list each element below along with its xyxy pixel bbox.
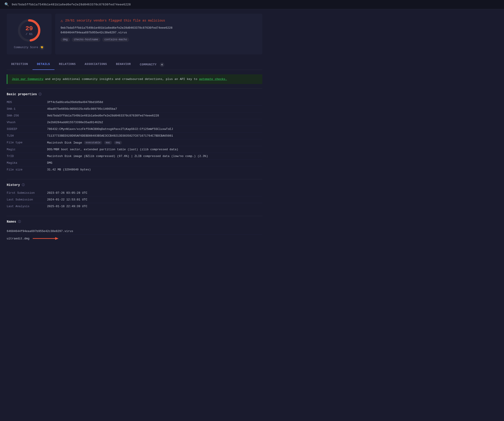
join-community-link[interactable]: Join our Community	[12, 77, 43, 81]
history-title: History ⓘ	[7, 179, 262, 187]
names-title: Names ⓘ	[7, 216, 262, 224]
tag-checks-hostname: checks-hostname	[72, 37, 101, 42]
thumbs-down-icon: 👎	[39, 45, 44, 50]
prop-label-magic: Magic	[7, 148, 47, 151]
arrow-annotation-icon	[32, 236, 59, 241]
top-search-bar: 🔍 9eb7bda5ffbb1a7549b1e481b1a6ed6efe2e28…	[0, 0, 504, 9]
table-row: MD5 3ff4c5a86ce6a35b6d9a49478bd1058d	[7, 99, 262, 106]
table-row: SHA-256 9eb7bda5ffbb1a7549b1e481b1a6ed6e…	[7, 112, 262, 119]
tab-associations[interactable]: ASSOCIATIONS	[80, 60, 112, 70]
table-row: Last Analysis 2025-01-18 22:49:39 UTC	[7, 203, 262, 210]
tab-behavior[interactable]: BEHAVIOR	[111, 60, 135, 70]
svg-marker-3	[55, 237, 59, 240]
score-number: 29	[25, 25, 33, 32]
table-row: Magika DMG	[7, 160, 262, 166]
score-total: / 61	[25, 32, 33, 36]
prop-label-tlsh: TLSH	[7, 134, 47, 138]
names-list: 64604644f94eaa697b955e42c38e8297.virus u…	[7, 226, 262, 244]
table-row: Magic DOS/MBR boot sector, extended part…	[7, 146, 262, 153]
basic-properties-section: Basic properties ⓘ MD5 3ff4c5a86ce6a35b6…	[7, 88, 262, 173]
prop-label-filesize: File size	[7, 168, 47, 171]
file-sha256: 9eb7bda5ffbb1a7549b1e481b1a6ed6efe2e28d0…	[60, 26, 257, 29]
malicious-banner: ⚠ 29/61 security vendors flagged this fi…	[60, 18, 257, 23]
donut-center: 29 / 61	[25, 25, 33, 36]
basic-properties-title: Basic properties ⓘ	[7, 88, 262, 96]
names-section: Names ⓘ 64604644f94eaa697b955e42c38e8297…	[7, 216, 262, 244]
prop-label-last-submission: Last Submission	[7, 198, 47, 201]
filetype-tag-executable: executable	[84, 141, 102, 144]
prop-label-first-submission: First Submission	[7, 191, 47, 195]
header-area: 29 / 61 Community Score 👎 ⚠ 29/61 securi…	[7, 14, 262, 54]
list-item: 64604644f94eaa697b955e42c38e8297.virus	[7, 228, 262, 234]
prop-value-trid: Macintosh Disk image (BZlib compressed) …	[47, 154, 262, 158]
history-table: First Submission 2023-07-26 03:05:28 UTC…	[7, 190, 262, 210]
history-info-icon: ⓘ	[22, 183, 25, 187]
prop-value-sha1: 40ad975e6656c9050325c4d5c989795c14665ba7	[47, 107, 262, 111]
file-tags: dmg checks-hostname contains-macho	[60, 37, 257, 42]
prop-label-magika: Magika	[7, 161, 47, 165]
prop-label-filetype: File type	[7, 141, 47, 144]
donut-chart: 29 / 61	[17, 18, 42, 43]
tab-detection[interactable]: DETECTION	[7, 60, 32, 70]
search-icon: 🔍	[5, 2, 9, 7]
community-score-label: Community Score 👎	[14, 45, 44, 50]
properties-table: MD5 3ff4c5a86ce6a35b6d9a49478bd1058d SHA…	[7, 99, 262, 173]
prop-value-md5: 3ff4c5a86ce6a35b6d9a49478bd1058d	[47, 100, 262, 104]
score-card: 29 / 61 Community Score 👎	[7, 14, 52, 54]
file-name: 64604644f94eaa697b955e42c38e8297.virus	[60, 31, 257, 34]
tabs: DETECTION DETAILS RELATIONS ASSOCIATIONS…	[7, 60, 262, 70]
prop-label-last-analysis: Last Analysis	[7, 205, 47, 208]
prop-value-vhash: 2e2b0284add015573398e35ad91462b2	[47, 121, 262, 124]
tag-contains-macho: contains-macho	[102, 37, 129, 42]
prop-value-magic: DOS/MBR boot sector, extended partition …	[47, 148, 262, 151]
search-hash: 9eb7bda5ffbb1a7549b1e481b1a6ed6efe2e28d0…	[12, 3, 131, 6]
community-badge: 4	[160, 63, 164, 67]
table-row: TrID Macintosh Disk image (BZlib compres…	[7, 153, 262, 160]
prop-label-trid: TrID	[7, 154, 47, 158]
table-row: Last Submission 2024-01-22 12:53:01 UTC	[7, 196, 262, 203]
tab-community[interactable]: COMMUNITY 4	[135, 60, 169, 70]
table-row: First Submission 2023-07-26 03:05:28 UTC	[7, 190, 262, 196]
table-row: SHA-1 40ad975e6656c9050325c4d5c989795c14…	[7, 106, 262, 112]
prop-value-last-submission: 2024-01-22 12:53:01 UTC	[47, 198, 262, 201]
prop-value-filesize: 31.42 MB (32948640 bytes)	[47, 168, 262, 171]
table-row: Vhash 2e2b0284add015573398e35ad91462b2	[7, 119, 262, 126]
prop-value-last-analysis: 2025-01-18 22:49:39 UTC	[47, 205, 262, 208]
prop-value-sha256: 9eb7bda5ffbb1a7549b1e481b1a6ed6efe2e28d0…	[47, 114, 262, 117]
history-section: History ⓘ First Submission 2023-07-26 03…	[7, 179, 262, 210]
table-row: TLSH T1137733BEE620D95AF6DEBD08483B5AE3C…	[7, 133, 262, 139]
community-banner-text: and enjoy additional community insights …	[45, 77, 199, 81]
filetype-tag-mac: mac	[104, 141, 112, 144]
prop-label-md5: MD5	[7, 100, 47, 104]
prop-value-ssdeep: 786432:CMynN1axn/xczFkf5VACB9OqDatnsgkPa…	[47, 127, 262, 131]
prop-label-vhash: Vhash	[7, 121, 47, 124]
prop-value-magika: DMG	[47, 161, 262, 165]
tab-relations[interactable]: RELATIONS	[54, 60, 80, 70]
table-row: SSDEEP 786432:CMynN1axn/xczFkf5VACB9OqDa…	[7, 126, 262, 133]
prop-value-first-submission: 2023-07-26 03:05:28 UTC	[47, 191, 262, 195]
warning-icon: ⚠	[60, 18, 63, 23]
tag-dmg: dmg	[60, 37, 70, 42]
main-content: 29 / 61 Community Score 👎 ⚠ 29/61 securi…	[0, 9, 269, 255]
prop-value-tlsh: T1137733BEE620D95AF6DEBD08483B5AE3CCB492…	[47, 134, 262, 138]
table-row: File size 31.42 MB (32948640 bytes)	[7, 166, 262, 173]
prop-label-ssdeep: SSDEEP	[7, 127, 47, 131]
tab-details[interactable]: DETAILS	[32, 60, 54, 70]
table-row: File type Macintosh Disk Image executabl…	[7, 139, 262, 146]
info-card: ⚠ 29/61 security vendors flagged this fi…	[55, 14, 262, 54]
filetype-tag-dmg: dmg	[114, 141, 122, 144]
community-banner: Join our Community and enjoy additional …	[7, 74, 262, 84]
automate-checks-link[interactable]: automate checks.	[199, 77, 227, 81]
info-icon: ⓘ	[39, 92, 42, 96]
names-info-icon: ⓘ	[18, 220, 21, 224]
prop-label-sha256: SHA-256	[7, 114, 47, 117]
ultraedit-name: ultraedit.dmg	[7, 237, 29, 240]
prop-label-sha1: SHA-1	[7, 107, 47, 111]
prop-value-filetype: Macintosh Disk Image executable mac dmg	[47, 141, 262, 144]
malicious-text: 29/61 security vendors flagged this file…	[65, 19, 165, 22]
list-item: ultraedit.dmg	[7, 234, 262, 243]
